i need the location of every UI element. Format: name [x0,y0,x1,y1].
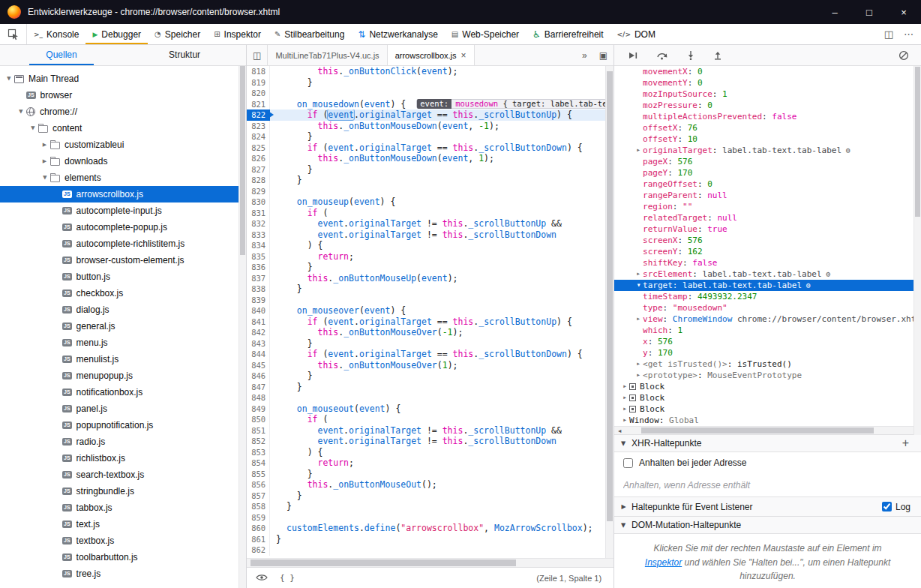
tree-item-popupnotification.js[interactable]: ▶JSpopupnotification.js [0,417,246,434]
variable-row-offsetY[interactable]: ▶offsetY: 10 [614,134,921,145]
tree-item-arrowscrollbox.js[interactable]: ▶JSarrowscrollbox.js [0,186,246,202]
tree-item-customizableui[interactable]: ▶customizableui [0,136,246,153]
tool-tab-konsole[interactable]: >_Konsole [27,24,86,44]
line-number-gutter[interactable]: 832 [247,218,270,230]
twisty-icon[interactable]: ▶ [30,124,36,133]
twisty-icon[interactable]: ▶ [634,358,643,370]
tree-item-radio.js[interactable]: ▶JSradio.js [0,434,246,450]
variable-row-type[interactable]: ▶type: "mousedown" [614,302,921,314]
variable-row-timeStamp[interactable]: ▶timeStamp: 4493932.2347 [614,291,921,302]
step-out-button[interactable] [713,50,722,60]
xhr-url-input[interactable] [623,480,912,490]
code-line-856[interactable]: 856 this._onButtonMouseOut(); [247,479,614,490]
line-number-gutter[interactable]: 834 [247,240,270,251]
code-line-823[interactable]: 823 this._onButtonMouseDown(event, -1); [247,121,614,132]
tool-tab-debugger[interactable]: ▶Debugger [86,24,148,44]
line-number-gutter[interactable]: 844 [247,349,270,360]
line-number-gutter[interactable]: 855 [247,469,270,480]
code-line-859[interactable]: 859 [247,512,614,524]
twisty-icon[interactable]: ▶ [42,174,48,182]
line-number-gutter[interactable]: 845 [247,360,270,371]
tool-tab-barrierefreiheit[interactable]: ♿Barrierefreiheit [526,24,610,44]
variable-row-pageY[interactable]: ▶pageY: 170 [614,167,921,178]
variable-row-mozPressure[interactable]: ▶mozPressure: 0 [614,100,921,111]
twisty-icon[interactable]: ▶ [634,370,643,381]
code-line-849[interactable]: 849 on_mouseout(event) { [247,404,614,415]
line-number-gutter[interactable]: 838 [247,284,270,295]
tree-item-textbox.js[interactable]: ▶JStextbox.js [0,532,246,549]
variable-row-region[interactable]: ▶region: "" [614,201,921,212]
code-line-842[interactable]: 842 this._onButtonMouseOver(-1); [247,327,614,338]
code-line-844[interactable]: 844 if (event.originalTarget == this._sc… [247,349,614,360]
line-number-gutter[interactable]: 831 [247,208,270,219]
code-line-835[interactable]: 835 return; [247,251,614,262]
add-xhr-breakpoint-button[interactable]: + [902,436,915,450]
line-number-gutter[interactable]: 822 [247,110,270,121]
code-line-818[interactable]: 818 this._onButtonClick(event); [247,66,614,77]
tab-quellen[interactable]: Quellen [0,45,123,65]
line-number-gutter[interactable]: 820 [247,88,270,99]
variable-row-Block[interactable]: ▶Block [614,392,921,404]
variable-row-returnValue[interactable]: ▶returnValue: true [614,224,921,235]
tree-item-search-textbox.js[interactable]: ▶JSsearch-textbox.js [0,466,246,483]
line-number-gutter[interactable]: 841 [247,316,270,328]
tree-item-dialog.js[interactable]: ▶JSdialog.js [0,302,246,318]
twisty-icon[interactable]: ▶ [40,158,49,164]
variable-row-movementX[interactable]: ▶movementX: 0 [614,66,921,77]
line-number-gutter[interactable]: 849 [247,404,270,415]
variable-row-target[interactable]: ▶target: label.tab-text.tab-label⚙ [614,280,921,291]
tree-item-menulist.js[interactable]: ▶JSmenulist.js [0,351,246,368]
source-tab-multilinetab[interactable]: MultiLineTab71Plus-V4.uc.js [268,45,387,65]
line-number-gutter[interactable]: 836 [247,262,270,273]
twisty-icon[interactable]: ▶ [634,145,643,156]
code-line-855[interactable]: 855 } [247,469,614,480]
line-number-gutter[interactable]: 837 [247,273,270,284]
code-line-831[interactable]: 831 if ( [247,208,614,219]
jump-to-source-button[interactable]: ▣ [593,45,614,65]
line-number-gutter[interactable]: 862 [247,544,270,556]
inline-event-preview[interactable]: event:mousedown { target: label.tab-text… [416,99,614,109]
line-number-gutter[interactable]: 857 [247,490,270,502]
line-number-gutter[interactable]: 859 [247,512,270,524]
variable-row-movementY[interactable]: ▶movementY: 0 [614,77,921,88]
variable-row-which[interactable]: ▶which: 1 [614,325,921,336]
code-line-861[interactable]: 861} [247,534,614,545]
line-number-gutter[interactable]: 840 [247,305,270,316]
twisty-icon[interactable]: ▶ [6,75,12,83]
line-number-gutter[interactable]: 846 [247,370,270,382]
variable-row-screenY[interactable]: ▶screenY: 162 [614,246,921,257]
tree-item-autocomplete-popup.js[interactable]: ▶JSautocomplete-popup.js [0,219,246,236]
code-line-847[interactable]: 847 } [247,382,614,393]
line-number-gutter[interactable]: 821 [247,99,270,110]
close-tab-icon[interactable]: × [461,50,466,61]
collapse-sidebar-button[interactable]: ◫ [247,45,268,65]
line-number-gutter[interactable]: 848 [247,392,270,404]
sidebar-vscrollbar[interactable] [914,66,921,435]
line-number-gutter[interactable]: 824 [247,131,270,142]
sources-scrollbar[interactable] [238,66,246,588]
line-number-gutter[interactable]: 850 [247,414,270,425]
code-line-858[interactable]: 858 } [247,501,614,512]
tree-item-richlistbox.js[interactable]: ▶JSrichlistbox.js [0,450,246,466]
tree-item-button.js[interactable]: ▶JSbutton.js [0,268,246,285]
node-picker-gear-icon[interactable]: ⚙ [846,145,850,156]
tree-item-chrome[interactable]: ▶chrome:// [0,104,246,120]
tree-item-tabbox.js[interactable]: ▶JStabbox.js [0,500,246,516]
variable-row-multipleActionsPrevented[interactable]: ▶multipleActionsPrevented: false [614,111,921,122]
resume-button[interactable] [628,51,638,60]
code-line-852[interactable]: 852 event.originalTarget != this._scroll… [247,436,614,447]
variable-row-pageX[interactable]: ▶pageX: 576 [614,156,921,167]
pretty-print-button[interactable]: { } [280,573,295,583]
code-line-822[interactable]: 822 if (event.originalTarget == this._sc… [247,110,614,121]
pick-element-button[interactable] [0,24,27,44]
tree-item-downloads[interactable]: ▶downloads [0,153,246,170]
tree-item-stringbundle.js[interactable]: ▶JSstringbundle.js [0,483,246,500]
variable-row-relatedTarget[interactable]: ▶relatedTarget: null [614,212,921,224]
code-line-848[interactable]: 848 [247,392,614,404]
twisty-icon[interactable]: ▶ [634,314,643,325]
variable-row-rangeOffset[interactable]: ▶rangeOffset: 0 [614,178,921,190]
dom-mutation-breakpoints-header[interactable]: ▶ DOM-Mutation-Haltepunkte [614,517,921,534]
tree-item-text.js[interactable]: ▶JStext.js [0,516,246,532]
tree-item-general.js[interactable]: ▶JSgeneral.js [0,318,246,334]
line-number-gutter[interactable]: 818 [247,66,270,77]
